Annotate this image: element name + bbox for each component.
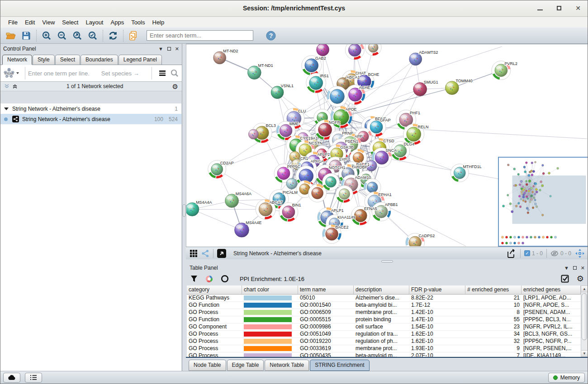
column-header-description[interactable]: description xyxy=(354,286,409,295)
network-tree-row[interactable]: String Network - Alzheimer's disease1 xyxy=(0,103,181,114)
splitter-handle[interactable] xyxy=(183,204,185,217)
column-header-chart-color[interactable]: chart color xyxy=(242,286,298,295)
gear-icon[interactable]: ⚙ xyxy=(172,83,178,90)
zoom-out-button[interactable] xyxy=(54,29,70,42)
network-node[interactable] xyxy=(286,178,297,189)
menu-edit[interactable]: Edit xyxy=(22,18,38,27)
string-options-icon[interactable] xyxy=(159,70,166,76)
table-row[interactable]: GO FunctionGO:0005515protein binding1.47… xyxy=(187,316,581,323)
network-node[interactable] xyxy=(248,129,258,139)
string-search-icon[interactable] xyxy=(170,69,179,78)
zoom-in-button[interactable] xyxy=(39,29,54,42)
refresh-network-button[interactable] xyxy=(105,29,121,42)
column-header--enriched-genes[interactable]: # enriched genes xyxy=(465,286,522,295)
table-row[interactable]: GO ProcessGO:0006509membrane prot...1.42… xyxy=(187,309,581,316)
network-node[interactable] xyxy=(365,44,381,56)
menu-view[interactable]: View xyxy=(39,18,58,27)
scroll-up-icon[interactable]: ▲ xyxy=(581,286,588,292)
close-panel-icon[interactable]: ✕ xyxy=(581,265,585,271)
menu-select[interactable]: Select xyxy=(59,18,81,27)
tab-select[interactable]: Select xyxy=(55,55,80,65)
network-node[interactable] xyxy=(345,44,364,60)
table-scrollbar[interactable]: ▲ ▼ xyxy=(581,286,588,357)
ring-chart-icon[interactable] xyxy=(221,275,229,283)
network-node-mt-nd1[interactable] xyxy=(247,66,261,80)
column-header-enriched-genes[interactable]: enriched genes xyxy=(522,286,581,295)
network-node-ms4a4e[interactable] xyxy=(235,223,249,237)
network-node-ms4a6a[interactable] xyxy=(225,194,239,208)
expand-all-icon[interactable] xyxy=(4,84,9,89)
string-query-input[interactable]: Enter one term per line. xyxy=(28,70,90,77)
menu-help[interactable]: Help xyxy=(149,18,168,27)
panel-menu-icon[interactable]: ▼ xyxy=(564,265,569,271)
scroll-down-icon[interactable]: ▼ xyxy=(581,350,588,356)
panel-menu-icon[interactable]: ▼ xyxy=(158,46,163,52)
tab-style[interactable]: Style xyxy=(33,55,55,65)
network-canvas[interactable]: MT-ND2ADAMTS2GAB2PVRL2MT-ND1CHATBCHEIRS1… xyxy=(186,44,588,247)
menu-tools[interactable]: Tools xyxy=(128,18,148,27)
vertical-splitter[interactable] xyxy=(182,44,186,371)
help-button[interactable]: ? xyxy=(263,29,279,42)
birdseye-view[interactable] xyxy=(498,157,588,247)
save-session-button[interactable] xyxy=(19,29,34,42)
clone-network-button[interactable] xyxy=(126,29,141,42)
export-image-icon[interactable] xyxy=(507,249,517,258)
search-input[interactable] xyxy=(147,30,253,41)
set-species-link[interactable]: Set species → xyxy=(101,70,149,77)
network-node[interactable] xyxy=(336,186,353,203)
column-header-category[interactable]: category xyxy=(187,286,242,295)
gear-icon[interactable]: ⚙ xyxy=(577,275,584,283)
network-node-adamts2[interactable] xyxy=(409,53,422,66)
welcome-screen-button[interactable] xyxy=(3,373,20,383)
network-node-tomm40[interactable] xyxy=(445,81,459,95)
float-panel-icon[interactable] xyxy=(167,46,171,52)
filter-icon[interactable] xyxy=(190,275,198,283)
select-rows-icon[interactable] xyxy=(561,275,569,283)
tab-boundaries[interactable]: Boundaries xyxy=(81,55,118,65)
close-button[interactable]: ✕ xyxy=(573,3,583,13)
network-node[interactable] xyxy=(317,44,329,56)
float-panel-icon[interactable] xyxy=(573,265,577,271)
tab-string-enrichment[interactable]: STRING Enrichment xyxy=(310,360,369,371)
menu-apps[interactable]: Apps xyxy=(108,18,128,27)
tab-network-table[interactable]: Network Table xyxy=(265,360,309,371)
network-node-mt-nd2[interactable] xyxy=(213,52,226,64)
collapse-triangle-icon[interactable] xyxy=(4,108,9,110)
task-history-button[interactable] xyxy=(25,373,42,383)
tab-network[interactable]: Network xyxy=(2,55,32,65)
zoom-fit-button[interactable] xyxy=(70,29,85,42)
table-row[interactable]: GO FunctionGO:0001540beta-amyloid bi...1… xyxy=(187,302,581,309)
maximize-button[interactable] xyxy=(554,3,564,13)
navigate-icon[interactable] xyxy=(575,248,585,258)
memory-button[interactable]: Memory xyxy=(548,373,585,383)
network-node[interactable] xyxy=(308,184,327,202)
menu-file[interactable]: File xyxy=(5,18,21,27)
table-row[interactable]: GO ProcessGO:0019220regulation of ph...1… xyxy=(187,338,581,345)
table-row[interactable]: GO ComponentGO:0009986cell surface1.54E-… xyxy=(187,323,581,331)
minimize-button[interactable] xyxy=(535,3,545,13)
table-row[interactable]: KEGG Pathways05010Alzheimer's dise...8.8… xyxy=(187,295,581,302)
table-row[interactable]: GO ProcessGO:0033619membrane prot...1.93… xyxy=(187,345,581,352)
tab-node-table[interactable]: Node Table xyxy=(189,360,226,371)
grid-view-icon[interactable] xyxy=(190,249,198,258)
tab-legend-panel[interactable]: Legend Panel xyxy=(119,55,162,65)
network-node-ms4a4a[interactable] xyxy=(186,202,199,216)
column-header-fdr-p-value[interactable]: FDR p-value xyxy=(409,286,465,295)
splitter-handle[interactable] xyxy=(381,260,393,262)
scroll-thumb[interactable] xyxy=(582,293,587,340)
table-row[interactable]: GO ProcessGO:0051049regulation of tra...… xyxy=(187,331,581,338)
open-session-button[interactable] xyxy=(3,29,19,42)
detach-view-button[interactable] xyxy=(217,249,226,258)
menu-layout[interactable]: Layout xyxy=(82,18,106,27)
collapse-all-icon[interactable] xyxy=(12,84,18,89)
string-logo-icon[interactable]: STRING xyxy=(3,67,22,79)
network-node-smug1[interactable] xyxy=(413,83,427,96)
tab-edge-table[interactable]: Edge Table xyxy=(227,360,264,371)
close-panel-icon[interactable]: ✕ xyxy=(175,46,179,52)
horizontal-splitter[interactable] xyxy=(186,259,588,264)
table-row[interactable]: GO ProcessGO:0050435beta-amyloid m...2.0… xyxy=(187,352,581,357)
share-view-icon[interactable] xyxy=(201,249,209,258)
column-header-term-name[interactable]: term name xyxy=(298,286,354,295)
chart-color-icon[interactable] xyxy=(205,275,213,283)
network-node[interactable] xyxy=(327,86,348,107)
